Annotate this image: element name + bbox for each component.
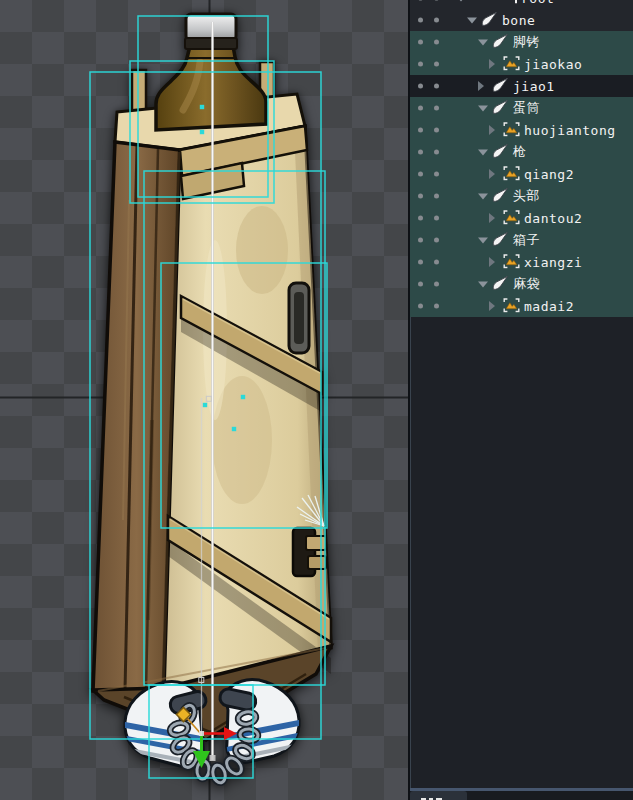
tree-row[interactable]: 蛋筒 bbox=[410, 97, 633, 119]
selection-dot[interactable] bbox=[434, 216, 439, 221]
bone-icon bbox=[492, 100, 509, 115]
selection-dot[interactable] bbox=[434, 238, 439, 243]
selection-dot[interactable] bbox=[434, 282, 439, 287]
expand-arrow[interactable] bbox=[478, 194, 488, 200]
tree-row-label: madai2 bbox=[524, 299, 574, 314]
selection-dot[interactable] bbox=[434, 128, 439, 133]
visibility-dot[interactable] bbox=[418, 62, 423, 67]
tree-row[interactable]: 箱子 bbox=[410, 229, 633, 251]
tree-row-label: huojiantong bbox=[524, 123, 616, 138]
expand-arrow[interactable] bbox=[478, 150, 488, 156]
expand-arrow[interactable] bbox=[478, 238, 488, 244]
selection-dot[interactable] bbox=[434, 18, 439, 23]
selection-dot[interactable] bbox=[434, 62, 439, 67]
tree-row-label: 头部 bbox=[513, 187, 540, 205]
selection-dot[interactable] bbox=[434, 84, 439, 89]
editor-window: root bone 脚铐 jiaokao jiao1 蛋筒 huojiant bbox=[0, 0, 633, 800]
expand-arrow[interactable] bbox=[467, 18, 477, 24]
bone-handle-dot[interactable] bbox=[203, 403, 207, 407]
expand-arrow[interactable] bbox=[489, 59, 495, 69]
visibility-dot[interactable] bbox=[418, 106, 423, 111]
visibility-dot[interactable] bbox=[418, 40, 423, 45]
tree-row[interactable]: jiao1 bbox=[410, 75, 633, 97]
tree-row[interactable]: dantou2 bbox=[410, 207, 633, 229]
tree-row-label: jiao1 bbox=[513, 79, 555, 94]
expand-arrow[interactable] bbox=[489, 125, 495, 135]
expand-arrow[interactable] bbox=[478, 282, 488, 288]
attachment-image-icon bbox=[503, 254, 520, 269]
tree-row[interactable]: 头部 bbox=[410, 185, 633, 207]
selection-dot[interactable] bbox=[434, 304, 439, 309]
bottom-tab-strip bbox=[410, 791, 633, 800]
hierarchy-panel: root bone 脚铐 jiaokao jiao1 蛋筒 huojiant bbox=[410, 0, 633, 800]
tree-row-label: root bbox=[521, 0, 554, 6]
selection-dot[interactable] bbox=[434, 172, 439, 177]
selection-dot[interactable] bbox=[434, 150, 439, 155]
visibility-dot[interactable] bbox=[418, 84, 423, 89]
tree-row[interactable]: root bbox=[410, 0, 633, 9]
tree-row[interactable]: bone bbox=[410, 9, 633, 31]
scene-svg bbox=[0, 0, 408, 800]
expand-arrow[interactable] bbox=[456, 0, 466, 2]
tree-row[interactable]: 麻袋 bbox=[410, 273, 633, 295]
visibility-dot[interactable] bbox=[418, 0, 423, 1]
tree-row[interactable]: 脚铐 bbox=[410, 31, 633, 53]
visibility-dot[interactable] bbox=[418, 150, 423, 155]
bone-icon bbox=[481, 12, 498, 27]
tree-row[interactable]: 枪 bbox=[410, 141, 633, 163]
expand-arrow[interactable] bbox=[489, 169, 495, 179]
visibility-dot[interactable] bbox=[418, 238, 423, 243]
visibility-dot[interactable] bbox=[418, 260, 423, 265]
crate-front-face bbox=[163, 126, 331, 690]
tree-row[interactable]: huojiantong bbox=[410, 119, 633, 141]
visibility-dot[interactable] bbox=[418, 194, 423, 199]
tree-row-label: 麻袋 bbox=[513, 275, 540, 293]
expand-arrow[interactable] bbox=[489, 257, 495, 267]
visibility-dot[interactable] bbox=[418, 282, 423, 287]
tree-row-label: xiangzi bbox=[524, 255, 582, 270]
expand-arrow[interactable] bbox=[489, 213, 495, 223]
selection-dot[interactable] bbox=[434, 40, 439, 45]
tree-row[interactable]: jiaokao bbox=[410, 53, 633, 75]
bone-icon bbox=[492, 144, 509, 159]
tree-row-label: dantou2 bbox=[524, 211, 582, 226]
footer-tab[interactable] bbox=[410, 791, 467, 800]
selection-dot[interactable] bbox=[434, 0, 439, 1]
tree-row[interactable]: qiang2 bbox=[410, 163, 633, 185]
visibility-dot[interactable] bbox=[418, 18, 423, 23]
crate-corner-post bbox=[132, 70, 146, 112]
bone-end-handle[interactable] bbox=[210, 755, 216, 761]
bone-icon bbox=[492, 78, 509, 93]
bone-handle-dot[interactable] bbox=[200, 130, 204, 134]
attachment-image-icon bbox=[503, 298, 520, 313]
attachment-image-icon bbox=[503, 122, 520, 137]
tree-row-label: jiaokao bbox=[524, 57, 582, 72]
visibility-dot[interactable] bbox=[418, 216, 423, 221]
bottle-cap bbox=[186, 14, 236, 41]
tree-row[interactable]: madai2 bbox=[410, 295, 633, 317]
visibility-dot[interactable] bbox=[418, 128, 423, 133]
selection-dot[interactable] bbox=[434, 106, 439, 111]
expand-arrow[interactable] bbox=[489, 301, 495, 311]
bone-handle-dot[interactable] bbox=[241, 395, 245, 399]
visibility-dot[interactable] bbox=[418, 172, 423, 177]
tree-row-label: qiang2 bbox=[524, 167, 574, 182]
gizmo-origin[interactable] bbox=[199, 731, 204, 736]
attachment-image-icon bbox=[503, 210, 520, 225]
expand-arrow[interactable] bbox=[478, 106, 488, 112]
attachment-image-icon bbox=[503, 56, 520, 71]
visibility-dot[interactable] bbox=[418, 304, 423, 309]
bone-icon bbox=[492, 34, 509, 49]
tree-rows: root bone 脚铐 jiaokao jiao1 蛋筒 huojiant bbox=[410, 0, 633, 800]
bone-handle-dot[interactable] bbox=[232, 427, 236, 431]
expand-arrow[interactable] bbox=[478, 81, 484, 91]
attachment-image-icon bbox=[503, 166, 520, 181]
bone-handle-dot[interactable] bbox=[200, 105, 204, 109]
viewport-canvas[interactable] bbox=[0, 0, 408, 800]
bone-icon bbox=[492, 232, 509, 247]
selection-dot[interactable] bbox=[434, 194, 439, 199]
expand-arrow[interactable] bbox=[478, 40, 488, 46]
tree-row[interactable]: xiangzi bbox=[410, 251, 633, 273]
tree-row-label: bone bbox=[502, 13, 535, 28]
selection-dot[interactable] bbox=[434, 260, 439, 265]
